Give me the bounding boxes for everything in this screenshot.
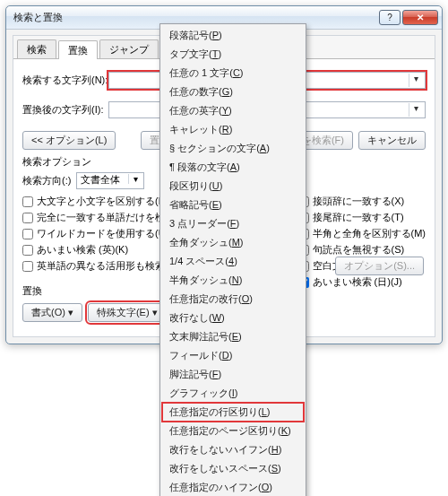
- menu-item-8[interactable]: 段区切り(U): [162, 177, 304, 196]
- right-opt-2[interactable]: 半角と全角を区別する(M): [298, 227, 426, 240]
- left-opt-checkbox-4[interactable]: [22, 261, 33, 272]
- menu-item-23[interactable]: 改行をしないスペース(S): [162, 459, 304, 478]
- menu-item-21[interactable]: 任意指定のページ区切り(K): [162, 422, 304, 440]
- left-opt-label-0: 大文字と小文字を区別する(H: [37, 195, 166, 208]
- right-opt-3[interactable]: 句読点を無視する(S): [298, 243, 426, 257]
- format-button[interactable]: 書式(O) ▾: [22, 303, 82, 322]
- direction-select[interactable]: 文書全体: [76, 172, 144, 189]
- left-opt-label-3: あいまい検索 (英)(K): [37, 243, 128, 257]
- menu-item-13[interactable]: 半角ダッシュ(N): [162, 271, 304, 290]
- menu-item-3[interactable]: 任意の数字(G): [162, 83, 304, 101]
- left-opt-2[interactable]: ワイルドカードを使用する(U): [22, 227, 168, 240]
- replace-label: 置換後の文字列(I):: [22, 103, 108, 117]
- menu-item-10[interactable]: 3 点リーダー(F): [162, 214, 304, 233]
- menu-item-6[interactable]: § セクションの文字(A): [162, 139, 304, 158]
- left-opt-3[interactable]: あいまい検索 (英)(K): [22, 243, 168, 257]
- menu-item-15[interactable]: 改行なし(W): [162, 309, 304, 327]
- left-opt-checkbox-1[interactable]: [22, 213, 33, 223]
- menu-item-5[interactable]: キャレット(R): [162, 120, 304, 139]
- right-opt-label-3: 句読点を無視する(S): [313, 243, 405, 257]
- right-opt-label-5: あいまい検索 (日)(J): [313, 275, 402, 289]
- find-label: 検索する文字列(N):: [22, 74, 108, 87]
- menu-item-0[interactable]: 段落記号(P): [162, 26, 304, 45]
- menu-item-7[interactable]: ¶ 段落の文字(A): [162, 158, 304, 177]
- window-title: 検索と置換: [13, 11, 377, 24]
- direction-label: 検索方向(:): [22, 174, 71, 187]
- left-opt-label-4: 英単語の異なる活用形も検索: [37, 259, 165, 273]
- special-chars-button[interactable]: 特殊文字(E) ▾: [88, 303, 167, 322]
- menu-item-20[interactable]: 任意指定の行区切り(L): [162, 403, 304, 422]
- tab-replace[interactable]: 置換: [58, 40, 98, 59]
- left-opt-label-1: 完全に一致する単語だけを検: [37, 211, 165, 224]
- menu-item-19[interactable]: グラフィック(I): [162, 384, 304, 403]
- menu-item-1[interactable]: タブ文字(T): [162, 45, 304, 64]
- right-opt-label-0: 接頭辞に一致する(X): [313, 195, 405, 208]
- menu-item-24[interactable]: 任意指定のハイフン(O): [162, 478, 304, 496]
- right-opt-label-2: 半角と全角を区別する(M): [313, 227, 426, 240]
- help-button[interactable]: ?: [379, 10, 401, 25]
- options-button[interactable]: オプション(S)...: [335, 257, 424, 275]
- left-opt-checkbox-3[interactable]: [22, 245, 33, 256]
- options-toggle-button[interactable]: << オプション(L): [22, 131, 116, 150]
- tab-search[interactable]: 検索: [17, 39, 56, 58]
- left-opt-4[interactable]: 英単語の異なる活用形も検索: [22, 259, 168, 273]
- right-opt-label-1: 接尾辞に一致する(T): [313, 211, 404, 224]
- direction-value: 文書全体: [77, 174, 120, 185]
- special-chars-menu: 段落記号(P)タブ文字(T)任意の 1 文字(C)任意の数字(G)任意の英字(Y…: [159, 23, 306, 496]
- menu-item-9[interactable]: 省略記号(E): [162, 196, 304, 214]
- replace-section-label: 置換: [22, 284, 167, 298]
- left-opt-checkbox-2[interactable]: [22, 229, 33, 239]
- right-opt-0[interactable]: 接頭辞に一致する(X): [298, 195, 426, 208]
- menu-item-4[interactable]: 任意の英字(Y): [162, 101, 304, 120]
- menu-item-18[interactable]: 脚注記号(F): [162, 365, 304, 384]
- left-opt-label-2: ワイルドカードを使用する(U): [37, 227, 168, 240]
- tab-jump[interactable]: ジャンプ: [99, 39, 159, 58]
- menu-item-22[interactable]: 改行をしないハイフン(H): [162, 440, 304, 459]
- right-opt-5[interactable]: あいまい検索 (日)(J): [298, 275, 426, 289]
- right-opt-1[interactable]: 接尾辞に一致する(T): [298, 211, 426, 224]
- left-opt-checkbox-0[interactable]: [22, 196, 33, 207]
- left-options: 大文字と小文字を区別する(H完全に一致する単語だけを検ワイルドカードを使用する(…: [22, 195, 168, 289]
- menu-item-14[interactable]: 任意指定の改行(O): [162, 290, 304, 309]
- menu-item-11[interactable]: 全角ダッシュ(M): [162, 233, 304, 252]
- menu-item-16[interactable]: 文末脚注記号(E): [162, 327, 304, 346]
- close-button[interactable]: ✕: [402, 10, 438, 25]
- menu-item-2[interactable]: 任意の 1 文字(C): [162, 64, 304, 83]
- cancel-button[interactable]: キャンセル: [358, 131, 426, 150]
- left-opt-1[interactable]: 完全に一致する単語だけを検: [22, 211, 168, 224]
- menu-item-17[interactable]: フィールド(D): [162, 346, 304, 365]
- left-opt-0[interactable]: 大文字と小文字を区別する(H: [22, 195, 168, 208]
- menu-item-12[interactable]: 1/4 スペース(4): [162, 252, 304, 271]
